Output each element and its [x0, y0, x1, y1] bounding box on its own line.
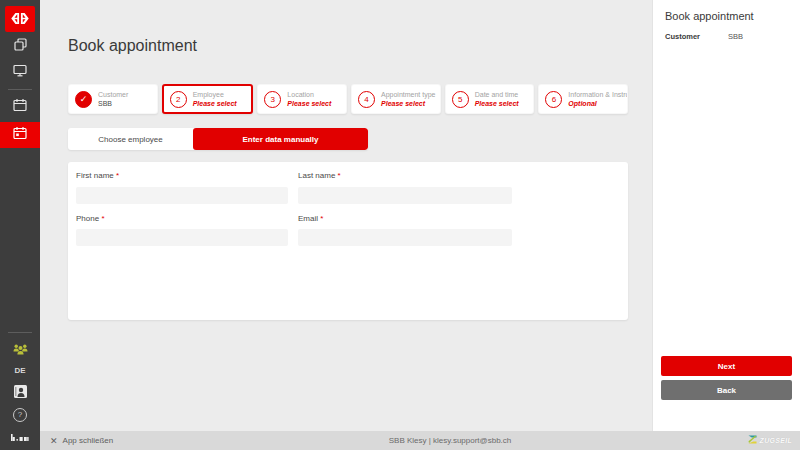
stepper-step-date-time[interactable]: 5 Date and time Please select	[445, 84, 535, 114]
summary-title: Book appointment	[665, 10, 788, 22]
footer-bar: ✕ App schließen SBB Klesy | klesy.suppor…	[40, 431, 800, 450]
stepper: ✓ Customer SBB 2 Employee Please select …	[68, 84, 628, 114]
sidebar-item-team[interactable]	[0, 338, 40, 362]
sidebar-item-contact[interactable]	[0, 381, 40, 405]
step-label: Employee	[193, 90, 237, 99]
page-title: Book appointment	[68, 37, 197, 55]
email-input[interactable]	[298, 229, 512, 246]
last-name-label: Last name *	[298, 171, 512, 180]
step-sublabel: SBB	[98, 99, 128, 108]
phone-input[interactable]	[76, 229, 288, 246]
step-sublabel: Please select	[193, 99, 237, 108]
employee-tabs: Choose employee Enter data manually	[68, 128, 368, 150]
step-label: Customer	[98, 90, 128, 99]
summary-panel: Book appointment Customer SBB Next Back	[652, 0, 800, 431]
first-name-field: First name *	[76, 171, 288, 204]
next-button[interactable]: Next	[661, 356, 792, 376]
phone-field: Phone *	[76, 214, 288, 247]
zugseil-logo: ZUGSEIL	[748, 435, 800, 446]
phone-label: Phone *	[76, 214, 288, 223]
step-sublabel: Please select	[287, 99, 331, 108]
summary-row-label: Customer	[665, 32, 728, 41]
last-name-field: Last name *	[298, 171, 512, 204]
required-mark: *	[320, 214, 323, 223]
sidebar: DE ?	[0, 0, 40, 450]
step-sublabel: Please select	[475, 99, 519, 108]
first-name-input[interactable]	[76, 187, 288, 204]
step-label: Date and time	[475, 90, 519, 99]
step-number: 4	[358, 91, 375, 108]
contact-badge-icon	[13, 384, 28, 403]
sidebar-item-booking-active[interactable]	[0, 122, 40, 148]
calendar-booked-icon	[13, 126, 27, 144]
email-field: Email *	[298, 214, 512, 247]
email-label: Email *	[298, 214, 512, 223]
monitor-icon	[13, 63, 27, 81]
step-sublabel: Optional	[568, 99, 627, 108]
tab-choose-employee[interactable]: Choose employee	[68, 128, 193, 150]
sbb-logo[interactable]	[5, 6, 35, 32]
step-number: 3	[264, 91, 281, 108]
copy-icon	[14, 37, 27, 55]
required-mark: *	[338, 171, 341, 180]
zugseil-wordmark: ZUGSEIL	[760, 437, 792, 444]
summary-row-customer: Customer SBB	[653, 32, 800, 41]
close-app-label: App schließen	[63, 436, 114, 445]
last-name-input[interactable]	[298, 187, 512, 204]
step-label: Location	[287, 90, 331, 99]
stepper-step-customer[interactable]: ✓ Customer SBB	[68, 84, 158, 114]
sidebar-divider	[8, 89, 32, 90]
employee-form-card: First name * Last name * Phone * Email *	[68, 162, 628, 320]
step-number: 2	[170, 91, 187, 108]
required-mark: *	[116, 171, 119, 180]
stepper-step-appointment-type[interactable]: 4 Appointment type Please select	[351, 84, 441, 114]
help-icon[interactable]: ?	[13, 408, 27, 422]
summary-row-value: SBB	[728, 32, 743, 41]
people-group-icon	[13, 341, 28, 359]
language-selector[interactable]: DE	[14, 366, 25, 375]
sidebar-bottom-divider	[8, 332, 32, 333]
stepper-step-employee[interactable]: 2 Employee Please select	[162, 84, 254, 114]
footer-status-text: SBB Klesy | klesy.support@sbb.ch	[389, 436, 512, 445]
zugseil-z-icon	[748, 435, 757, 446]
step-label: Appointment type	[381, 90, 435, 99]
stepper-step-information[interactable]: 6 Information & Instructions Optional	[538, 84, 628, 114]
brand-mark-icon	[10, 427, 30, 445]
sidebar-item-display[interactable]	[0, 60, 40, 84]
sidebar-item-copy[interactable]	[0, 34, 40, 58]
sbb-arrows-icon	[9, 10, 31, 28]
main-content: Book appointment ✓ Customer SBB 2 Employ…	[40, 0, 652, 431]
tab-enter-data-manually[interactable]: Enter data manually	[193, 128, 368, 150]
close-app-button[interactable]: ✕ App schließen	[40, 436, 113, 446]
check-icon: ✓	[75, 91, 92, 108]
stepper-step-location[interactable]: 3 Location Please select	[257, 84, 347, 114]
step-number: 6	[545, 91, 562, 108]
calendar-icon	[13, 98, 27, 116]
back-button[interactable]: Back	[661, 380, 792, 400]
required-mark: *	[101, 214, 104, 223]
sidebar-item-calendar[interactable]	[0, 95, 40, 119]
step-label: Information & Instructions	[568, 90, 627, 99]
step-sublabel: Please select	[381, 99, 435, 108]
close-icon: ✕	[50, 436, 58, 446]
first-name-label: First name *	[76, 171, 288, 180]
step-number: 5	[452, 91, 469, 108]
